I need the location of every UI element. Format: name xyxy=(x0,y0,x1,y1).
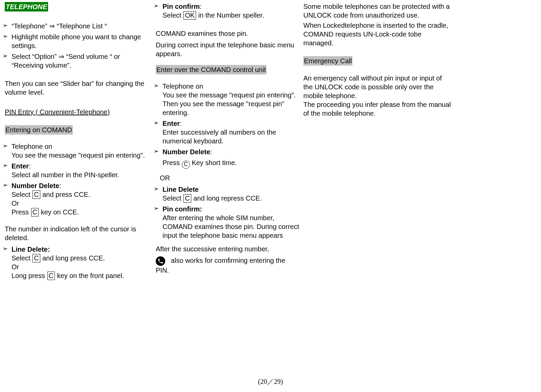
paragraph: An emergency call without pin input or i… xyxy=(303,74,451,100)
list-item: Pin confirm: Select OK in the Number spe… xyxy=(152,2,300,22)
paragraph: also works for comfirming entering the P… xyxy=(156,256,300,275)
text: key on CCE. xyxy=(41,208,79,216)
text: Select xyxy=(12,191,32,198)
key-c-box: C xyxy=(183,194,191,203)
col1-list-3: Line Delete: Select C and long press CCE… xyxy=(1,245,149,282)
label-number-delete: Number Delete xyxy=(163,148,210,156)
text: and long repress CCE. xyxy=(192,194,262,202)
list-item: Highlight mobile phone you want to chang… xyxy=(1,32,149,52)
text: Press xyxy=(163,159,182,166)
label-pin-confirm: Pin confirm: xyxy=(163,205,202,213)
text: Select all number in the PIN-speller. xyxy=(12,171,119,179)
content-columns: TELEPHONE “Telephone” ⇒ “Telephone List … xyxy=(0,0,541,282)
heading-emergency-call: Emergency Call xyxy=(303,56,352,66)
paragraph: When Lockedtelephone is inserted to the … xyxy=(303,21,451,47)
text-or: Or xyxy=(12,200,19,207)
key-c-box: C xyxy=(33,254,40,262)
list-item: Line Delete Select C and long repress CC… xyxy=(152,185,300,205)
text: Then you see the message "request pin" e… xyxy=(163,100,284,116)
label-line-delete: Line Delete xyxy=(163,186,199,193)
paragraph: Then you can see “Slider bar” for changi… xyxy=(5,79,149,97)
text: Select xyxy=(12,254,32,262)
paragraph: Some mobile telephones can be protected … xyxy=(303,2,451,20)
col2-list-1: Pin confirm: Select OK in the Number spe… xyxy=(152,2,300,22)
heading-pin-entry: PIN Entry ( Convenient-Telephone) xyxy=(5,108,149,116)
text: You see the message "request pin enterin… xyxy=(12,152,145,159)
list-item: Enter: Enter successively all numbers on… xyxy=(152,119,300,147)
col2-list-3: Line Delete Select C and long repress CC… xyxy=(152,185,300,242)
text: Select “Option” ⇒ “Send volume “ or xyxy=(12,53,120,60)
text: After entering the whole SIM number, COM… xyxy=(163,214,299,239)
key-c-box: C xyxy=(31,208,39,216)
key-c-circle: C xyxy=(182,161,190,169)
paragraph: The proceeding you infer please from the… xyxy=(303,100,451,118)
text: and long press CCE. xyxy=(41,254,105,262)
text: “Receiving volume”. xyxy=(12,62,71,69)
list-item: Telephone on You see the message "reques… xyxy=(152,82,300,119)
list-item: Select “Option” ⇒ “Send volume “ or “Rec… xyxy=(1,52,149,72)
heading-entering-on-comand: Entering on COMAND xyxy=(5,125,73,135)
key-c-box: C xyxy=(47,272,55,280)
column-1: TELEPHONE “Telephone” ⇒ “Telephone List … xyxy=(1,2,152,282)
text: Enter successively all numbers on the nu… xyxy=(163,129,276,145)
list-item: Enter: Select all number in the PIN-spel… xyxy=(1,162,149,181)
text: also works for comfirming entering the P… xyxy=(156,257,285,274)
label-number-delete: Number Delete xyxy=(12,182,59,189)
col1-list-2: Telephone on You see the message "reques… xyxy=(1,142,149,218)
col2-list-2: Telephone on You see the message "reques… xyxy=(152,82,300,171)
col1-list-1: “Telephone” ⇒ “Telephone List “ Highligh… xyxy=(1,22,149,72)
phone-icon xyxy=(156,256,165,266)
key-ok-box: OK xyxy=(183,11,196,20)
heading-enter-over-comand: Enter over the COMAND control unit xyxy=(156,65,266,74)
list-item: Number Delete: Select C and press CCE. O… xyxy=(1,181,149,218)
text: and press CCE. xyxy=(41,191,90,198)
list-item: Telephone on You see the message "reques… xyxy=(1,142,149,162)
text: Telephone on xyxy=(12,143,52,150)
paragraph: COMAND examines those pin. xyxy=(156,29,300,38)
paragraph: During correct input the telephone basic… xyxy=(156,41,300,58)
text: Key short time. xyxy=(190,159,237,166)
list-item: “Telephone” ⇒ “Telephone List “ xyxy=(1,22,149,32)
key-c-box: C xyxy=(33,190,40,199)
page-title-telephone: TELEPHONE xyxy=(5,2,48,11)
column-3: Some mobile telephones can be protected … xyxy=(303,2,454,282)
list-item: Line Delete: Select C and long press CCE… xyxy=(1,245,149,282)
label-enter: Enter xyxy=(12,162,29,170)
page-number: (20／29) xyxy=(0,377,541,386)
text: key on the front panel. xyxy=(55,272,124,279)
label-enter: Enter xyxy=(163,120,180,127)
text: Telephone on xyxy=(163,83,203,90)
list-item: Pin confirm: After entering the whole SI… xyxy=(152,205,300,242)
text-or: OR xyxy=(160,174,300,182)
text: Highlight mobile phone you want to chang… xyxy=(12,33,141,49)
column-2: Pin confirm: Select OK in the Number spe… xyxy=(152,2,303,282)
text: Select xyxy=(163,11,183,19)
text: Select xyxy=(163,194,183,202)
paragraph: After the successive entering number, xyxy=(156,245,300,253)
list-item: Number Delete: Press C Key short time. xyxy=(152,147,300,171)
label-pin-confirm: Pin confirm xyxy=(163,3,200,10)
paragraph: The number in indication left of the cur… xyxy=(5,225,149,242)
text: Press xyxy=(12,208,31,216)
text: You see the message "request pin enterin… xyxy=(163,91,296,99)
text-or: Or xyxy=(12,263,19,271)
text: in the Number speller. xyxy=(196,11,264,19)
page: TELEPHONE “Telephone” ⇒ “Telephone List … xyxy=(0,0,541,392)
text: “Telephone” ⇒ “Telephone List “ xyxy=(12,22,107,30)
text: Long press xyxy=(12,272,47,279)
label-line-delete: Line Delete: xyxy=(12,246,50,253)
